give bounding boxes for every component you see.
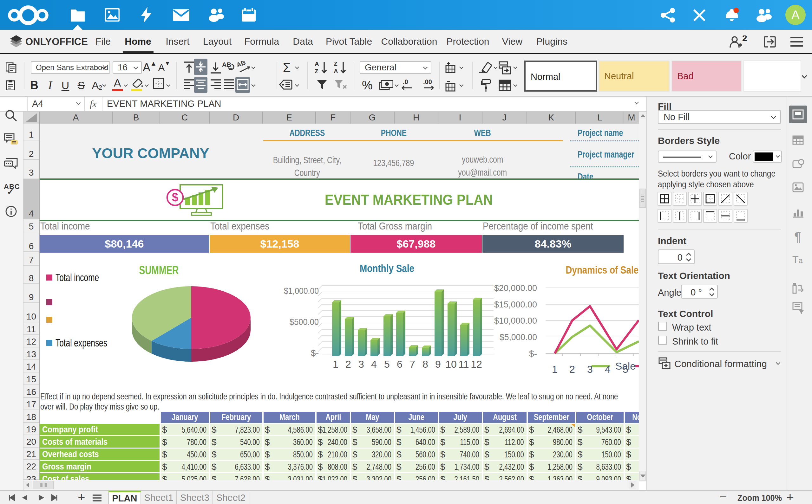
svg-text:$1,000.00: $1,000.00 — [284, 286, 319, 296]
svg-text:8: 8 — [423, 359, 428, 370]
svg-text:6: 6 — [397, 359, 402, 370]
svg-text:AB: AB — [222, 61, 231, 68]
svg-text:3: 3 — [358, 359, 364, 370]
svg-text:5: 5 — [623, 364, 628, 374]
svg-text:9: 9 — [435, 359, 441, 370]
svg-text:Dynamics of Sales: Dynamics of Sales — [566, 264, 639, 276]
svg-text:1: 1 — [333, 359, 338, 370]
svg-text:A: A — [334, 68, 338, 74]
svg-text:4: 4 — [371, 359, 377, 370]
svg-text:A: A — [315, 61, 319, 67]
svg-text:$20,000.00: $20,000.00 — [494, 283, 537, 293]
svg-text:.0: .0 — [403, 79, 408, 85]
svg-text:$: $ — [172, 191, 178, 204]
svg-text:$15,000.00: $15,000.00 — [494, 300, 537, 309]
svg-text:1: 1 — [552, 364, 558, 374]
svg-text:$5,000.00: $5,000.00 — [500, 332, 537, 342]
svg-text:2: 2 — [569, 364, 575, 374]
svg-text:Monthly Sale: Monthly Sale — [360, 263, 414, 274]
svg-text:2: 2 — [742, 36, 747, 43]
svg-text:Z: Z — [334, 61, 337, 67]
svg-text:3: 3 — [587, 364, 593, 374]
svg-text:$-: $- — [529, 349, 537, 359]
svg-text:2: 2 — [345, 359, 351, 370]
svg-text:5: 5 — [384, 359, 390, 370]
svg-text:Z: Z — [315, 68, 318, 74]
svg-text:$500.00: $500.00 — [289, 317, 319, 327]
svg-text:4: 4 — [605, 364, 611, 374]
svg-text:7: 7 — [410, 359, 415, 370]
svg-text:AB: AB — [237, 61, 246, 68]
svg-text:$-: $- — [311, 348, 319, 358]
svg-text:$10,000.00: $10,000.00 — [494, 316, 537, 326]
svg-text:.00: .00 — [423, 79, 432, 85]
